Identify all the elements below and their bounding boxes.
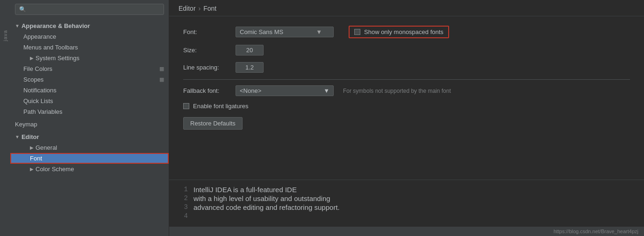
line-number-1: 1 bbox=[179, 186, 188, 193]
breadcrumb-font: Font bbox=[203, 5, 216, 12]
sidebar-item-file-colors[interactable]: File Colors ▦ bbox=[10, 63, 169, 74]
fallback-value: <None> bbox=[240, 87, 261, 94]
preview-line-2: 2 with a high level of usability and out… bbox=[179, 194, 635, 202]
sidebar-item-appearance[interactable]: Appearance bbox=[10, 31, 169, 42]
font-row: Font: Comic Sans MS ▼ Show only monospac… bbox=[183, 26, 630, 38]
preview-line-4: 4 bbox=[179, 212, 635, 220]
appearance-behavior-section: ▼ Appearance & Behavior Appearance Menus… bbox=[10, 19, 169, 118]
editor-section: ▼ Editor ▶ General Font ▶ Color Scheme bbox=[10, 130, 169, 175]
font-dropdown[interactable]: Comic Sans MS ▼ bbox=[236, 27, 334, 37]
settings-area: Font: Comic Sans MS ▼ Show only monospac… bbox=[169, 16, 644, 180]
color-scheme-arrow: ▶ bbox=[30, 167, 34, 172]
size-input[interactable]: 20 bbox=[236, 45, 264, 56]
collapse-arrow: ▼ bbox=[15, 23, 20, 28]
breadcrumb: Editor › Font bbox=[169, 0, 644, 16]
group-label: Appearance & Behavior bbox=[21, 22, 90, 29]
line-spacing-input[interactable]: 1.2 bbox=[236, 62, 264, 73]
sidebar-group-editor[interactable]: ▼ Editor bbox=[10, 131, 169, 142]
sidebar-item-font[interactable]: Font bbox=[10, 153, 169, 164]
sidebar: 🔍 ▼ Appearance & Behavior Appearance Men… bbox=[10, 0, 169, 236]
search-input[interactable] bbox=[29, 6, 160, 13]
scopes-icon: ▦ bbox=[159, 76, 164, 83]
ligature-row: Enable font ligatures bbox=[183, 103, 630, 110]
breadcrumb-editor: Editor bbox=[179, 5, 196, 12]
font-value: Comic Sans MS bbox=[240, 28, 283, 35]
divider bbox=[183, 79, 630, 80]
sidebar-item-keymap[interactable]: Keymap bbox=[10, 118, 169, 130]
sidebar-group-appearance-behavior[interactable]: ▼ Appearance & Behavior bbox=[10, 20, 169, 31]
sidebar-item-notifications[interactable]: Notifications bbox=[10, 85, 169, 96]
bottom-bar: https://blog.csdn.net/Brave_heart4pzj bbox=[169, 226, 644, 236]
preview-line-3: 3 advanced code editing and refactoring … bbox=[179, 203, 635, 211]
font-dropdown-arrow: ▼ bbox=[316, 28, 322, 35]
general-expand-arrow: ▶ bbox=[30, 145, 34, 150]
fallback-row: Fallback font: <None> ▼ For symbols not … bbox=[183, 85, 630, 96]
fallback-dropdown[interactable]: <None> ▼ bbox=[236, 85, 334, 96]
line-number-3: 3 bbox=[179, 203, 188, 211]
line-spacing-row: Line spacing: 1.2 bbox=[183, 62, 630, 73]
line-number-2: 2 bbox=[179, 194, 188, 202]
show-mono-label: Show only monospaced fonts bbox=[364, 28, 444, 35]
show-mono-checkbox[interactable] bbox=[354, 29, 360, 35]
collapse-arrow-editor: ▼ bbox=[15, 134, 20, 139]
fallback-dropdown-arrow: ▼ bbox=[323, 87, 329, 94]
line-text-2: with a high level of usability and outst… bbox=[193, 194, 330, 202]
java-label: java bbox=[1, 28, 9, 43]
line-text-3: advanced code editing and refactoring su… bbox=[193, 203, 340, 211]
ligature-label: Enable font ligatures bbox=[193, 103, 249, 110]
fallback-hint: For symbols not supported by the main fo… bbox=[343, 88, 451, 94]
preview-line-1: 1 IntelliJ IDEA is a full-featured IDE bbox=[179, 186, 635, 194]
main-content: Editor › Font Font: Comic Sans MS ▼ Show… bbox=[169, 0, 644, 236]
size-row: Size: 20 bbox=[183, 45, 630, 56]
font-setting-label: Font: bbox=[183, 28, 230, 35]
sidebar-item-scopes[interactable]: Scopes ▦ bbox=[10, 74, 169, 85]
breadcrumb-separator: › bbox=[199, 5, 201, 12]
sidebar-item-menus-toolbars[interactable]: Menus and Toolbars bbox=[10, 42, 169, 53]
sidebar-item-color-scheme[interactable]: ▶ Color Scheme bbox=[10, 164, 169, 174]
sidebar-item-system-settings[interactable]: ▶ System Settings bbox=[10, 53, 169, 63]
size-label: Size: bbox=[183, 47, 230, 54]
sidebar-item-quick-lists[interactable]: Quick Lists bbox=[10, 96, 169, 106]
line-text-1: IntelliJ IDEA is a full-featured IDE bbox=[193, 186, 297, 194]
show-mono-box: Show only monospaced fonts bbox=[349, 26, 449, 38]
sidebar-item-general[interactable]: ▶ General bbox=[10, 142, 169, 153]
preview-area: 1 IntelliJ IDEA is a full-featured IDE 2… bbox=[169, 180, 644, 226]
line-spacing-label: Line spacing: bbox=[183, 64, 230, 71]
footer-link: https://blog.csdn.net/Brave_heart4pzj bbox=[553, 229, 638, 234]
search-icon: 🔍 bbox=[19, 6, 26, 13]
fallback-label: Fallback font: bbox=[183, 87, 230, 94]
file-colors-icon: ▦ bbox=[159, 66, 164, 72]
restore-defaults-button[interactable]: Restore Defaults bbox=[183, 117, 243, 130]
sidebar-item-path-variables[interactable]: Path Variables bbox=[10, 106, 169, 117]
ligature-checkbox[interactable] bbox=[183, 103, 189, 109]
left-edge: java bbox=[0, 0, 10, 236]
line-number-4: 4 bbox=[179, 212, 188, 220]
search-box[interactable]: 🔍 bbox=[15, 4, 164, 15]
expand-arrow: ▶ bbox=[30, 56, 34, 61]
